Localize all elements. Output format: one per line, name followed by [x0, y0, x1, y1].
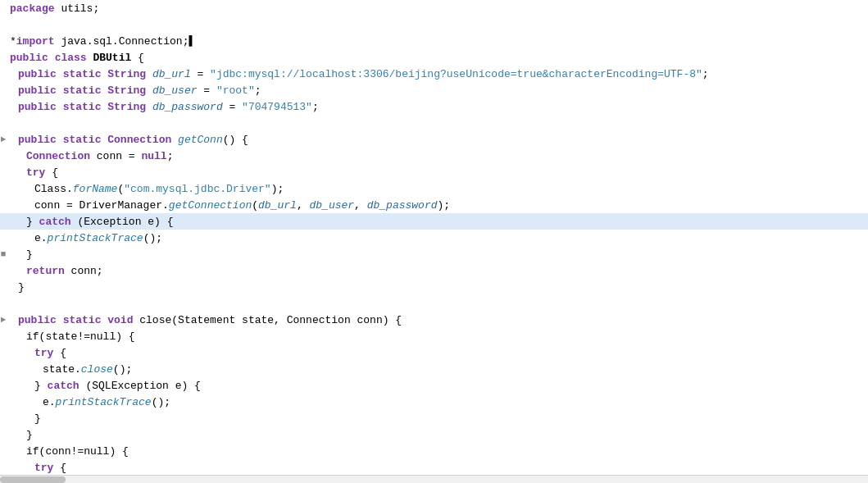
code-line: } [0, 410, 868, 426]
line-gutter [0, 150, 7, 162]
line-content: } catch (SQLException e) { [10, 380, 201, 392]
horizontal-scrollbar[interactable] [0, 475, 868, 483]
code-line: } [0, 426, 868, 443]
line-gutter [0, 35, 7, 47]
line-content: *import java.sql.Connection;▌ [10, 35, 195, 48]
code-line: conn = DriverManager.getConnection(db_ur… [0, 197, 868, 213]
line-gutter [0, 19, 7, 30]
line-content: public static String db_url = "jdbc:mysq… [10, 68, 709, 80]
line-gutter: ■ [0, 249, 7, 259]
code-line: } [0, 279, 868, 295]
line-gutter [0, 216, 7, 227]
line-gutter [0, 281, 7, 293]
line-content: try { [10, 347, 66, 359]
line-gutter [0, 68, 7, 80]
line-gutter [0, 232, 7, 244]
line-content: public static Connection getConn() { [10, 134, 248, 146]
line-content: } [10, 429, 33, 441]
line-gutter [0, 101, 7, 112]
code-line: *import java.sql.Connection;▌ [0, 33, 868, 49]
line-content: public static void close(Statement state… [10, 314, 402, 326]
code-line: Class.forName("com.mysql.jdbc.Driver"); [0, 180, 868, 197]
line-gutter [0, 2, 7, 14]
code-line: if(state!=null) { [0, 328, 868, 344]
line-content: } [10, 281, 25, 294]
line-content: } [10, 412, 41, 425]
line-content: if(state!=null) { [10, 330, 135, 343]
code-line: ►public static Connection getConn() { [0, 131, 868, 148]
line-content: Class.forName("com.mysql.jdbc.Driver"); [10, 183, 284, 195]
code-line: e.printStackTrace(); [0, 394, 868, 410]
code-line [0, 295, 868, 312]
line-gutter [0, 298, 7, 309]
line-content: public class DBUtil { [10, 52, 144, 64]
scrollbar-thumb[interactable] [0, 476, 66, 483]
code-line: try { [0, 164, 868, 180]
line-content: if(conn!=null) { [10, 445, 129, 458]
line-gutter: ► [0, 134, 7, 144]
line-gutter [0, 183, 7, 194]
line-content: state.close(); [10, 363, 132, 376]
line-gutter [0, 52, 7, 63]
line-gutter [0, 166, 7, 178]
line-gutter [0, 363, 7, 375]
code-line: state.close(); [0, 361, 868, 377]
line-gutter: ► [0, 315, 7, 325]
code-line: return conn; [0, 262, 868, 279]
code-line: } catch (SQLException e) { [0, 377, 868, 394]
line-gutter [0, 429, 7, 440]
line-gutter [0, 347, 7, 358]
line-gutter [0, 380, 7, 391]
line-content: e.printStackTrace(); [10, 396, 170, 408]
line-content: } [10, 248, 33, 261]
code-line: public static String db_password = "7047… [0, 98, 868, 115]
code-editor: package utils; *import java.sql.Connecti… [0, 0, 868, 483]
line-gutter [0, 265, 7, 276]
code-line: e.printStackTrace(); [0, 230, 868, 246]
line-content: public static String db_user = "root"; [10, 84, 261, 97]
code-line: if(conn!=null) { [0, 443, 868, 459]
line-content: e.printStackTrace(); [10, 232, 162, 244]
line-content: return conn; [10, 265, 103, 277]
code-line: try { [0, 344, 868, 361]
line-content: conn = DriverManager.getConnection(db_ur… [10, 199, 450, 212]
code-line: try { [0, 459, 868, 476]
code-line: Connection conn = null; [0, 148, 868, 164]
code-line [0, 115, 868, 131]
code-line: public class DBUtil { [0, 49, 868, 66]
code-line [0, 16, 868, 33]
code-line: public static String db_url = "jdbc:mysq… [0, 66, 868, 82]
code-line: ►public static void close(Statement stat… [0, 312, 868, 328]
line-gutter [0, 445, 7, 457]
line-content: public static String db_password = "7047… [10, 101, 319, 113]
line-content: Connection conn = null; [10, 150, 173, 162]
code-line: ■} [0, 246, 868, 262]
code-line: package utils; [0, 0, 868, 16]
line-content: package utils; [10, 2, 99, 15]
line-gutter [0, 412, 7, 424]
line-gutter [0, 84, 7, 96]
line-gutter [0, 330, 7, 342]
line-gutter [0, 396, 7, 408]
line-content: try { [10, 462, 66, 474]
line-gutter [0, 117, 7, 129]
code-line: public static String db_user = "root"; [0, 82, 868, 98]
code-line: } catch (Exception e) { [0, 213, 868, 230]
line-gutter [0, 462, 7, 473]
line-gutter [0, 199, 7, 211]
line-content: } catch (Exception e) { [10, 216, 173, 228]
line-content: try { [10, 166, 58, 179]
